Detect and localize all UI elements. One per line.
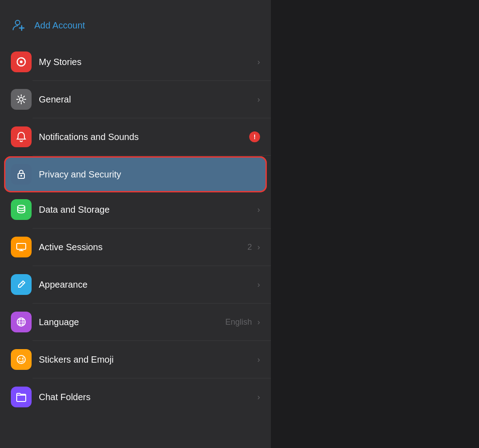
sidebar-item-notifications[interactable]: Notifications and Sounds ! [0, 120, 271, 154]
notifications-icon [11, 126, 32, 147]
svg-line-12 [22, 282, 23, 284]
svg-point-19 [19, 358, 21, 359]
data-storage-label: Data and Storage [39, 205, 254, 215]
sidebar-item-general[interactable]: General › [0, 83, 271, 116]
svg-point-18 [17, 355, 25, 364]
svg-point-5 [19, 98, 23, 101]
active-sessions-value: 2 [247, 243, 252, 252]
appearance-label: Appearance [39, 280, 254, 290]
stickers-label: Stickers and Emoji [39, 355, 254, 365]
sidebar-item-stickers[interactable]: Stickers and Emoji › [0, 343, 271, 376]
active-sessions-label: Active Sessions [39, 242, 247, 252]
general-icon [11, 89, 32, 110]
active-sessions-icon [11, 237, 32, 257]
sidebar-item-my-stories[interactable]: My Stories › [0, 45, 271, 79]
divider-7 [33, 341, 271, 341]
chat-folders-label: Chat Folders [39, 392, 254, 402]
language-value: English [225, 317, 252, 327]
language-chevron: › [257, 317, 260, 327]
divider-5 [33, 266, 271, 266]
svg-point-4 [20, 61, 23, 63]
language-icon [11, 312, 32, 332]
add-account-button[interactable]: Add Account [0, 9, 271, 42]
my-stories-icon [11, 51, 32, 72]
stickers-icon [11, 349, 32, 370]
privacy-icon [11, 164, 32, 185]
add-account-icon [11, 17, 27, 33]
svg-point-0 [15, 20, 20, 25]
appearance-chevron: › [257, 280, 260, 289]
sidebar-item-appearance[interactable]: Appearance › [0, 268, 271, 301]
divider-3 [33, 155, 271, 156]
main-content [271, 0, 479, 448]
notifications-badge: ! [249, 131, 260, 142]
sidebar-item-privacy[interactable]: Privacy and Security [5, 158, 265, 191]
divider-8 [33, 378, 271, 378]
sidebar-item-chat-folders[interactable]: Chat Folders › [0, 380, 271, 414]
svg-point-8 [18, 205, 25, 209]
divider-6 [33, 303, 271, 303]
chat-folders-icon [11, 387, 32, 407]
general-label: General [39, 94, 254, 105]
notifications-label: Notifications and Sounds [39, 132, 246, 142]
appearance-icon [11, 274, 32, 295]
svg-point-7 [20, 175, 22, 177]
divider-1 [33, 80, 271, 81]
stickers-chevron: › [257, 355, 260, 364]
divider-4 [33, 228, 271, 229]
sidebar-item-active-sessions[interactable]: Active Sessions 2 › [0, 230, 271, 264]
general-chevron: › [257, 95, 260, 104]
my-stories-label: My Stories [39, 57, 254, 67]
chat-folders-chevron: › [257, 392, 260, 402]
add-account-label: Add Account [34, 20, 85, 31]
sidebar: Add Account My Stories › General › [0, 0, 271, 448]
privacy-label: Privacy and Security [39, 169, 260, 180]
language-label: Language [39, 317, 225, 327]
my-stories-chevron: › [257, 57, 260, 67]
data-storage-chevron: › [257, 205, 260, 215]
data-storage-icon [11, 199, 32, 220]
active-sessions-chevron: › [257, 243, 260, 252]
svg-rect-9 [17, 243, 26, 249]
divider-2 [33, 118, 271, 118]
sidebar-item-language[interactable]: Language English › [0, 305, 271, 339]
sidebar-item-data-storage[interactable]: Data and Storage › [0, 193, 271, 226]
